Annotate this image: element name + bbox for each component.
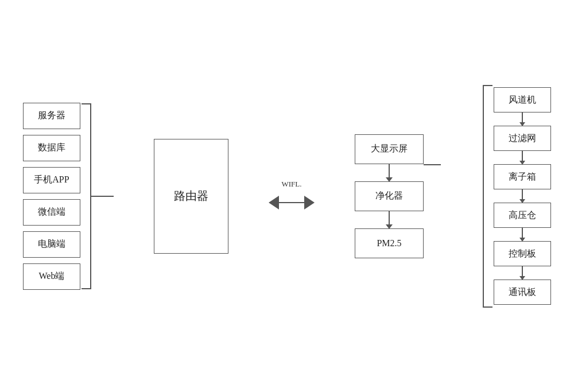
svg-marker-0 — [269, 196, 279, 209]
center-item-0: 大显示屏 — [355, 134, 424, 164]
left-to-router-line — [91, 196, 114, 197]
right-item-0: 风道机 — [494, 87, 551, 112]
right-group: 风道机 过滤网 离子箱 高压仓 — [494, 87, 551, 305]
right-item-4: 控制板 — [494, 241, 551, 266]
left-item-4: 电脑端 — [23, 231, 80, 258]
wifi-label: WIFL. — [281, 180, 301, 189]
right-bracket — [481, 84, 494, 308]
left-item-1: 数据库 — [23, 135, 80, 161]
right-item-wrap-3: 高压仓 — [494, 200, 551, 238]
right-item-5: 通讯板 — [494, 280, 551, 305]
left-item-0: 服务器 — [23, 103, 80, 129]
wifi-section: WIFL. — [269, 180, 315, 213]
left-group: 服务器 数据库 手机APP 微信端 电脑端 Web端 — [23, 103, 80, 290]
right-item-wrap-2: 离子箱 — [494, 161, 551, 200]
left-item-5: Web端 — [23, 263, 80, 290]
svg-marker-2 — [304, 196, 315, 209]
right-item-wrap-1: 过滤网 — [494, 123, 551, 161]
right-item-wrap-0: 风道机 — [494, 87, 551, 123]
double-arrow-svg — [269, 192, 315, 213]
center-group: 大显示屏 净化器 PM2.5 — [355, 134, 424, 258]
right-item-3: 高压仓 — [494, 203, 551, 228]
right-item-2: 离子箱 — [494, 164, 551, 189]
right-item-1: 过滤网 — [494, 126, 551, 151]
right-item-wrap-5: 通讯板 — [494, 277, 551, 305]
center-to-right-line — [424, 164, 441, 165]
router-box: 路由器 — [154, 139, 228, 254]
left-item-3: 微信端 — [23, 199, 80, 226]
center-item-2: PM2.5 — [355, 228, 424, 258]
right-item-wrap-4: 控制板 — [494, 238, 551, 277]
left-bracket — [80, 103, 92, 290]
diagram: 服务器 数据库 手机APP 微信端 电脑端 Web端 路由器 WIFL. — [23, 18, 551, 374]
center-item-1: 净化器 — [355, 181, 424, 211]
left-item-2: 手机APP — [23, 167, 80, 193]
